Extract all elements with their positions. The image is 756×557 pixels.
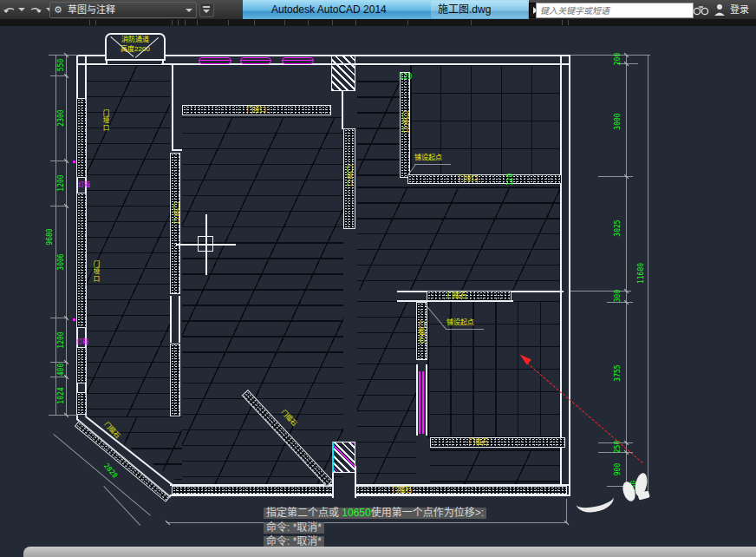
dimension-text: 3000 (614, 113, 622, 129)
dimension-line (166, 522, 566, 523)
plank-floor (357, 187, 560, 291)
ribbon-tick (95, 20, 96, 25)
ribbon-tick (254, 20, 255, 25)
workspace-label: 草图与注释 (68, 3, 115, 17)
command-dynamic-value: 10650 (342, 507, 370, 519)
dimension-text: 200 (614, 53, 622, 65)
dimension-text: 1200 (57, 174, 65, 191)
wall-line (170, 495, 569, 496)
user-icon[interactable] (713, 3, 727, 16)
lightbox-label: 灯箱 (78, 180, 90, 188)
threshold-label: 门槛石 (447, 292, 467, 299)
ribbon-tick (568, 20, 569, 25)
redo-icon[interactable] (29, 4, 42, 15)
search-input[interactable] (536, 3, 694, 18)
pick-box (198, 236, 213, 252)
plank-floor (87, 65, 170, 416)
door-jamb (426, 364, 427, 436)
plank-floor (357, 65, 400, 187)
dimension-text: 300 (614, 290, 622, 302)
ribbon-tick (562, 20, 563, 25)
door-jamb (416, 364, 418, 436)
autocad-window: ⚙ 草图与注释 Autodesk AutoCAD 2014 施工图.dwg 登录 (0, 0, 756, 557)
ribbon-tick (284, 20, 285, 25)
door-opening-label: 门垭口 (101, 109, 108, 132)
plank-floor (182, 117, 343, 485)
undo-icon[interactable] (3, 4, 16, 15)
column-hatch (331, 56, 355, 91)
command-history-line: 命令: *取消* (264, 522, 324, 534)
stipple-wall (76, 98, 87, 178)
stipple-wall (76, 193, 87, 328)
stipple-wall (430, 437, 565, 448)
window-strip (199, 57, 231, 64)
dimension-text: 120 (400, 73, 412, 81)
binoculars-icon[interactable] (693, 3, 710, 16)
dimension-line (626, 55, 627, 496)
stipple-wall (170, 344, 180, 416)
callout-text-line2: 高度2200 (107, 44, 164, 54)
dimension-text: 1024 (57, 387, 65, 403)
gear-icon: ⚙ (54, 3, 62, 17)
leader-line (414, 164, 451, 165)
laying-start-label: 铺设起点 (446, 319, 474, 326)
stipple-wall (76, 392, 87, 415)
dimension-text: 400 (57, 364, 65, 376)
taskbar-edge[interactable] (23, 547, 756, 557)
command-prompt-prefix: 指定第二个点或 (266, 507, 342, 519)
plank-floor (430, 449, 560, 485)
wall-line (172, 65, 173, 150)
ribbon-collapse-button[interactable] (199, 3, 214, 17)
dimension-text: 120 (506, 174, 514, 186)
extension-line (566, 499, 567, 523)
workspace-caret (186, 9, 192, 12)
door-opening-label: 门垭口 (92, 260, 99, 283)
dimension-text: 1200 (57, 331, 65, 348)
workspace-selector[interactable]: ⚙ 草图与注释 (49, 2, 197, 18)
threshold-label: 门槛石 (417, 321, 424, 344)
ribbon-tick (89, 20, 90, 25)
extension-line (49, 415, 78, 416)
undo-dropdown-caret[interactable] (18, 8, 25, 11)
stipple-wall (172, 486, 567, 495)
collapse-caret-icon (203, 10, 210, 13)
window-strip (282, 57, 314, 64)
ribbon-strip[interactable] (0, 19, 756, 26)
login-button[interactable]: 登录 (730, 0, 749, 19)
ribbon-tick (471, 20, 472, 25)
extension-line (49, 55, 78, 56)
stipple-wall (76, 347, 87, 383)
command-prompt-line[interactable]: 指定第二个点或 10650使用第一个点作为位移>: (264, 508, 486, 519)
wall-line (342, 90, 343, 129)
column-hatch-selected[interactable] (332, 442, 355, 473)
wall-line (172, 149, 182, 151)
threshold-label: 门槛石 (469, 439, 489, 446)
app-title: Autodesk AutoCAD 2014 (271, 0, 387, 19)
ribbon-tick (185, 20, 186, 25)
door-opening-label: 门垭口 (172, 202, 179, 225)
threshold-label: 门槛石 (393, 487, 413, 494)
ribbon-tick (228, 20, 229, 25)
door-jamb (170, 296, 172, 343)
door-opening-label: 门垭口 (247, 107, 267, 114)
dimension-text-total: 11680 (637, 263, 645, 284)
door-opening-label: 门垭口 (401, 111, 407, 134)
extension-line (570, 291, 631, 292)
dimension-text: 3755 (614, 364, 622, 381)
dimension-text: 3006 (57, 253, 65, 270)
door-jamb (179, 296, 180, 343)
laying-start-label: 铺设起点 (414, 154, 442, 161)
ribbon-tick (407, 20, 408, 25)
command-prompt-suffix: 使用第一个点作为位移>: (371, 507, 484, 519)
ribbon-tick (332, 20, 333, 25)
stipple-wall (407, 174, 562, 184)
dimension-text-total: 9680 (46, 228, 54, 245)
dimension-text: 550 (57, 59, 65, 71)
dimension-line (55, 55, 56, 415)
door-opening-label: 门垭口 (459, 175, 479, 182)
lightbox-label: 灯箱 (76, 337, 88, 345)
door-leaf-line (422, 371, 424, 434)
dimension-text: 900 (614, 463, 622, 475)
plank-floor (357, 301, 416, 485)
wall-line (569, 55, 570, 496)
